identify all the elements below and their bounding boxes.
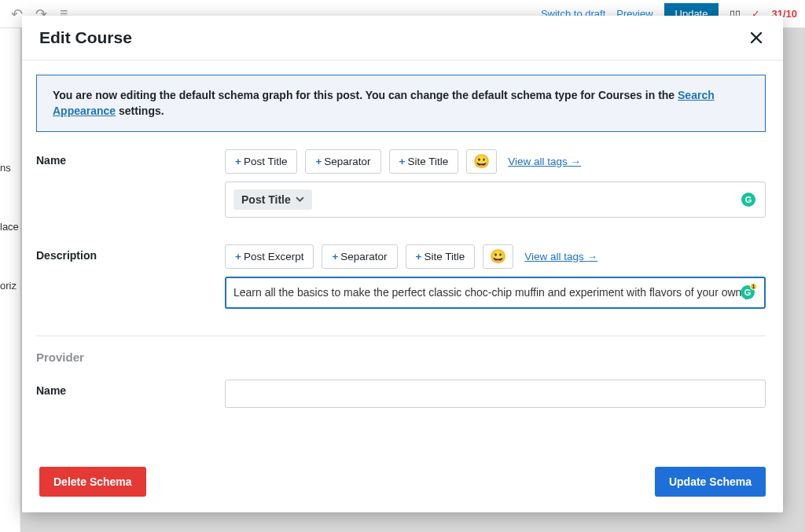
tag-label: Separator	[340, 251, 387, 262]
edit-course-modal: Edit Course You are now editing the defa…	[22, 16, 783, 512]
provider-name-input[interactable]	[225, 380, 766, 408]
emoji-picker-button-desc[interactable]: 😀	[483, 244, 513, 269]
view-all-tags-link[interactable]: View all tags →	[508, 156, 581, 167]
tag-post-title[interactable]: +Post Title	[225, 149, 297, 174]
modal-body: You are now editing the default schema g…	[22, 61, 783, 453]
section-divider	[36, 336, 766, 336]
background-sidebar: ns lace oriz	[0, 28, 20, 532]
modal-footer: Delete Schema Update Schema	[22, 453, 783, 512]
token-label: Post Title	[241, 193, 291, 206]
provider-name-row: Name	[36, 380, 766, 408]
bg-sidebar-text: oriz	[0, 256, 20, 315]
notice-text: You are now editing the default schema g…	[53, 89, 678, 101]
update-schema-button[interactable]: Update Schema	[655, 467, 766, 497]
provider-section-title: Provider	[36, 350, 766, 364]
tag-site-title[interactable]: +Site Title	[389, 149, 459, 174]
tag-label: Site Title	[425, 251, 465, 262]
name-label: Name	[36, 149, 225, 218]
modal-title: Edit Course	[39, 28, 132, 47]
description-label: Description	[36, 244, 225, 309]
schema-notice: You are now editing the default schema g…	[36, 75, 766, 132]
tag-label: Separator	[324, 156, 370, 167]
tag-label: Post Title	[244, 156, 288, 167]
grammarly-icon-desc: G1	[741, 285, 755, 299]
close-icon	[751, 32, 762, 43]
name-input[interactable]: Post Title G	[225, 182, 766, 218]
tag-label: Site Title	[408, 156, 449, 167]
description-field-row: Description +Post Excerpt +Separator +Si…	[36, 244, 766, 309]
name-field-row: Name +Post Title +Separator +Site Title …	[36, 149, 766, 218]
description-tag-buttons: +Post Excerpt +Separator +Site Title 😀 V…	[225, 244, 766, 269]
grammarly-badge: 1	[750, 283, 757, 290]
bg-sidebar-text: ns	[0, 138, 20, 197]
emoji-picker-button[interactable]: 😀	[466, 149, 497, 174]
description-value: Learn all the basics to make the perfect…	[233, 284, 757, 301]
provider-name-label: Name	[36, 380, 225, 408]
grammarly-icon: G	[741, 193, 755, 207]
chevron-down-icon	[296, 195, 304, 204]
name-tag-buttons: +Post Title +Separator +Site Title 😀 Vie…	[225, 149, 766, 174]
delete-schema-button[interactable]: Delete Schema	[39, 467, 146, 497]
modal-header: Edit Course	[22, 16, 783, 61]
post-title-token[interactable]: Post Title	[233, 189, 312, 210]
notice-text-after: settings.	[116, 105, 164, 117]
bg-sidebar-text: lace	[0, 197, 20, 256]
description-input[interactable]: Learn all the basics to make the perfect…	[225, 277, 766, 309]
close-button[interactable]	[747, 28, 766, 47]
view-all-tags-link-desc[interactable]: View all tags →	[524, 251, 597, 262]
tag-separator-desc[interactable]: +Separator	[322, 244, 397, 269]
tag-label: Post Excerpt	[244, 251, 304, 262]
tag-separator[interactable]: +Separator	[305, 149, 380, 174]
tag-post-excerpt[interactable]: +Post Excerpt	[225, 244, 314, 269]
tag-site-title-desc[interactable]: +Site Title	[406, 244, 476, 269]
